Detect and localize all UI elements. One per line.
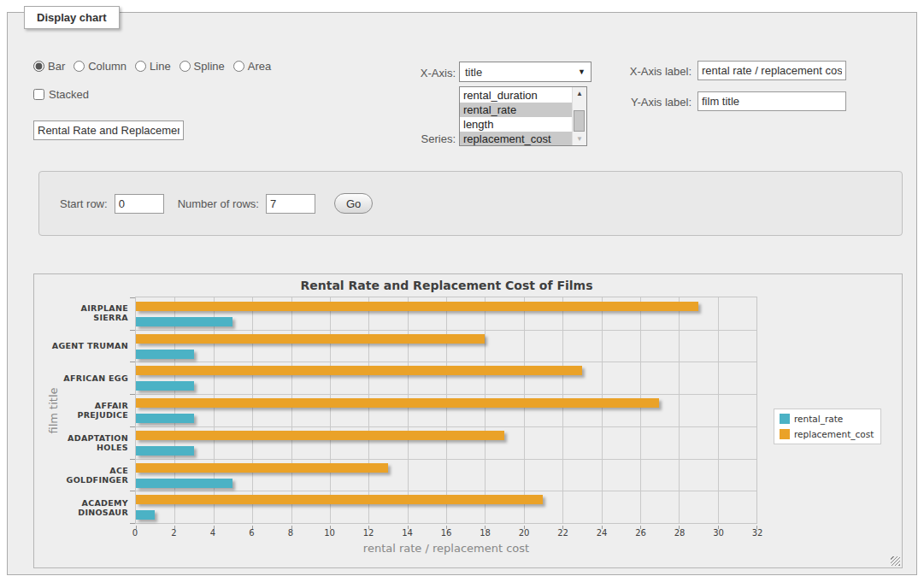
bar-replacement_cost <box>136 334 485 344</box>
chart-type-label: Line <box>150 60 171 73</box>
chart-type-label: Column <box>88 60 127 73</box>
chevron-down-icon: ▼ <box>578 68 586 76</box>
scroll-up-icon[interactable]: ▲ <box>573 87 586 100</box>
x-tick-label: 16 <box>441 528 452 538</box>
chart-type-radio-area[interactable] <box>233 61 244 72</box>
category-labels: AIRPLANE SIERRAAGENT TRUMANAFRICAN EGGAF… <box>51 297 128 524</box>
chart-type-bar[interactable]: Bar <box>33 60 65 73</box>
category-label: ACADEMY DINOSAUR <box>51 491 128 524</box>
bar-replacement_cost <box>136 302 698 311</box>
bar-rental_rate <box>136 317 232 326</box>
legend-swatch <box>780 414 790 424</box>
bar-group <box>136 459 756 491</box>
series-option-rental_rate[interactable]: rental_rate <box>460 103 572 117</box>
x-axis-select-label: X-Axis: <box>375 67 456 79</box>
legend-label: rental_rate <box>794 414 843 424</box>
chart-type-radio-line[interactable] <box>135 61 146 72</box>
series-options: rental_durationrental_ratelengthreplacem… <box>460 87 572 145</box>
bar-rental_rate <box>136 350 194 359</box>
start-row-label: Start row: <box>60 197 108 210</box>
bar-replacement_cost <box>136 431 504 440</box>
bar-rental_rate <box>136 446 194 456</box>
x-tick-label: 18 <box>480 528 491 538</box>
chart-type-area[interactable]: Area <box>233 60 271 73</box>
x-tick-label: 26 <box>635 528 646 538</box>
num-rows-input[interactable] <box>266 194 315 214</box>
page: BarColumnLineSplineArea Stacked X-Axis: … <box>0 0 924 582</box>
series-option-replacement_cost[interactable]: replacement_cost <box>460 132 572 145</box>
stacked-checkbox[interactable] <box>33 89 44 100</box>
start-row-input[interactable] <box>115 194 164 214</box>
bar-replacement_cost <box>136 463 388 473</box>
bar-group <box>136 297 756 330</box>
y-tick-mark <box>130 330 135 331</box>
y-axis-label-caption: Y-Axis label: <box>609 96 692 109</box>
y-tick-mark <box>130 523 135 524</box>
chart-type-line[interactable]: Line <box>135 60 171 73</box>
bar-rental_rate <box>136 414 194 423</box>
category-label: AIRPLANE SIERRA <box>51 297 128 329</box>
y-tick-mark <box>130 459 135 460</box>
legend-entry-replacement_cost: replacement_cost <box>780 429 874 439</box>
display-chart-panel: BarColumnLineSplineArea Stacked X-Axis: … <box>7 12 917 575</box>
y-tick-mark <box>130 362 135 362</box>
x-tick-label: 24 <box>597 528 608 538</box>
chart-type-label: Spline <box>194 60 225 73</box>
x-tick-label: 30 <box>713 528 724 538</box>
panel-legend: Display chart <box>24 6 120 29</box>
bar-rental_rate <box>136 479 232 488</box>
x-tick-label: 32 <box>752 528 763 538</box>
category-label: ADAPTATION HOLES <box>51 426 128 459</box>
x-tick-label: 2 <box>171 528 176 538</box>
scrollbar-thumb[interactable] <box>574 110 585 132</box>
chart-type-radio-bar[interactable] <box>33 61 44 72</box>
series-option-length[interactable]: length <box>460 117 572 132</box>
bar-group <box>136 491 756 523</box>
legend-swatch <box>780 429 790 439</box>
x-tick-label: 8 <box>288 528 293 538</box>
category-label: AFRICAN EGG <box>51 362 128 394</box>
x-tick-label: 20 <box>519 528 530 538</box>
y-tick-mark <box>130 297 135 298</box>
chart-type-radio-spline[interactable] <box>180 61 191 72</box>
bar-group <box>136 426 756 459</box>
series-option-rental_duration[interactable]: rental_duration <box>460 88 572 103</box>
x-axis-label-input[interactable] <box>697 61 846 80</box>
bar-group <box>136 362 756 394</box>
category-label: AFFAIR PREJUDICE <box>51 394 128 426</box>
x-axis-select-value: title <box>465 66 482 79</box>
series-multiselect[interactable]: rental_durationrental_ratelengthreplacem… <box>459 86 587 146</box>
stacked-option[interactable]: Stacked <box>33 88 89 101</box>
stacked-label: Stacked <box>49 88 89 101</box>
chart-type-radio-column[interactable] <box>74 61 85 72</box>
chart-type-group: BarColumnLineSplineArea <box>33 60 271 73</box>
y-tick-mark <box>130 426 135 427</box>
chart-type-column[interactable]: Column <box>74 60 127 73</box>
scroll-down-icon[interactable]: ▼ <box>573 132 586 145</box>
series-select-label: Series: <box>375 132 456 145</box>
series-scrollbar[interactable]: ▲ ▼ <box>572 87 586 145</box>
chart-type-label: Bar <box>48 60 65 73</box>
chart-x-axis-title: rental rate / replacement cost <box>135 542 757 555</box>
plot-area <box>135 297 757 524</box>
chart-title-input[interactable] <box>33 121 184 140</box>
num-rows-label: Number of rows: <box>178 197 259 210</box>
chart-container: Rental Rate and Replacement Cost of Film… <box>33 273 903 568</box>
legend-label: replacement_cost <box>794 429 874 439</box>
y-tick-mark <box>130 394 135 395</box>
chart-legend: rental_ratereplacement_cost <box>774 409 881 444</box>
x-tick-label: 12 <box>363 528 374 538</box>
bar-replacement_cost <box>136 398 659 408</box>
go-button[interactable]: Go <box>334 193 373 214</box>
chart-type-spline[interactable]: Spline <box>180 60 225 73</box>
bar-group <box>136 330 756 362</box>
x-axis-select[interactable]: title ▼ <box>459 62 591 82</box>
x-tick-label: 28 <box>674 528 686 538</box>
bar-group <box>136 394 756 426</box>
y-axis-label-input[interactable] <box>697 91 846 111</box>
bar-rental_rate <box>136 510 155 520</box>
chart-title: Rental Rate and Replacement Cost of Film… <box>34 279 859 292</box>
resize-handle-icon[interactable] <box>891 556 900 566</box>
x-tick-label: 6 <box>249 528 254 538</box>
category-label: AGENT TRUMAN <box>51 329 128 362</box>
